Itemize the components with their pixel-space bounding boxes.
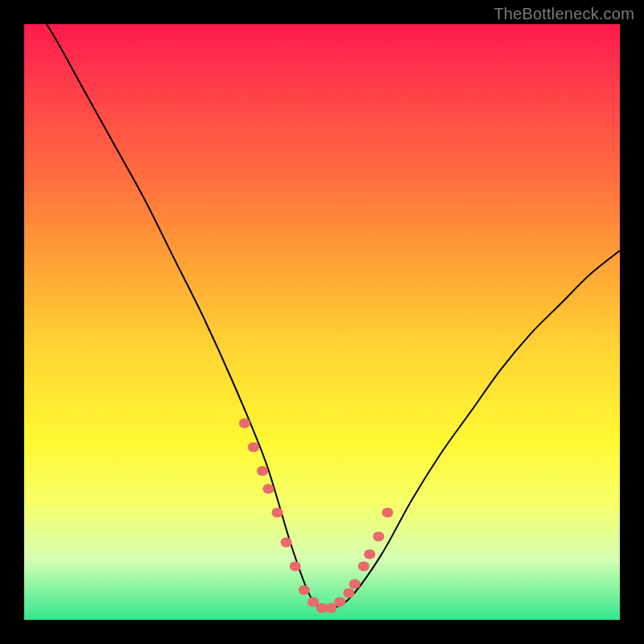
bottleneck-curve (24, 24, 620, 609)
highlight-dot (358, 561, 369, 571)
highlight-dot (272, 508, 283, 518)
highlight-dots (239, 419, 394, 613)
highlight-dot (373, 531, 384, 541)
watermark-text: TheBottleneck.com (493, 5, 634, 23)
highlight-dot (262, 484, 274, 493)
chart-frame: TheBottleneck.com (0, 0, 644, 644)
highlight-dot (281, 538, 292, 547)
highlight-dot (334, 597, 345, 607)
curve-path (24, 24, 620, 609)
curve-svg (24, 24, 620, 620)
highlight-dot (299, 585, 310, 595)
highlight-dot (382, 508, 393, 518)
highlight-dot (364, 550, 375, 559)
highlight-dot (257, 466, 268, 476)
highlight-dot (239, 419, 250, 428)
plot-area (24, 24, 620, 620)
highlight-dot (290, 561, 301, 571)
highlight-dot (349, 580, 361, 589)
highlight-dot (325, 603, 336, 613)
highlight-dot (248, 442, 259, 452)
highlight-dot (308, 597, 319, 607)
highlight-dot (343, 588, 354, 598)
